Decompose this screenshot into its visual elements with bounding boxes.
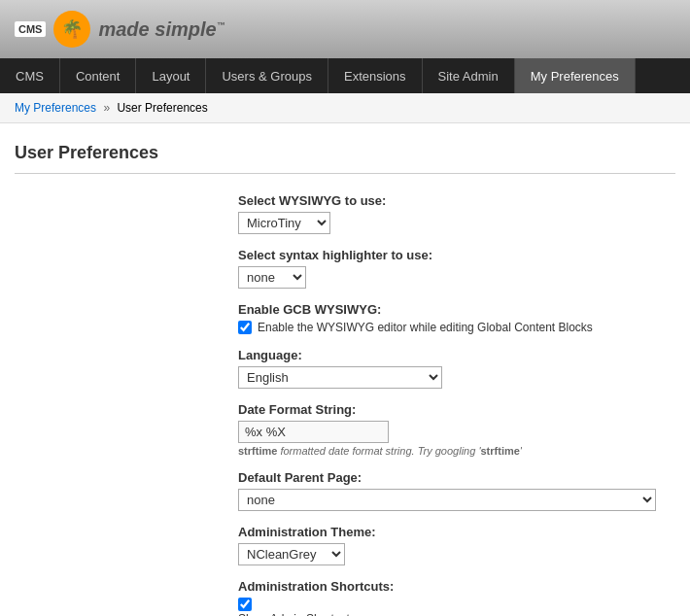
- main-nav: CMS Content Layout Users & Groups Extens…: [0, 58, 690, 93]
- date-format-hint: strftime formatted date format string. T…: [238, 445, 675, 457]
- language-select[interactable]: English French German Spanish: [238, 366, 442, 389]
- breadcrumb-parent[interactable]: My Preferences: [15, 101, 96, 115]
- page-title: User Preferences: [15, 143, 675, 174]
- shortcuts-checkbox-label: Show Admin Shortcuts: [238, 612, 356, 616]
- date-format-input[interactable]: [238, 421, 389, 443]
- shortcuts-group: Administration Shortcuts: Show Admin Sho…: [238, 579, 675, 616]
- gcb-checkbox-label: Enable the WYSIWYG editor while editing …: [258, 321, 593, 334]
- syntax-group: Select syntax highlighter to use: none C…: [238, 248, 675, 289]
- syntax-label: Select syntax highlighter to use:: [238, 248, 675, 262]
- syntax-select[interactable]: none CodeMirror: [238, 266, 306, 289]
- theme-select[interactable]: NCleanGrey Default: [238, 543, 345, 565]
- wysiwyg-select[interactable]: MicroTiny None TinyMCE: [238, 212, 330, 234]
- nav-site-admin[interactable]: Site Admin: [423, 58, 515, 93]
- wysiwyg-group: Select WYSIWYG to use: MicroTiny None Ti…: [238, 193, 675, 234]
- date-format-group: Date Format String: strftime formatted d…: [238, 402, 675, 457]
- logo-made-simple: made simple™: [98, 18, 224, 41]
- nav-layout[interactable]: Layout: [136, 58, 206, 93]
- nav-users-groups[interactable]: Users & Groups: [206, 58, 328, 93]
- language-label: Language:: [238, 348, 675, 362]
- breadcrumb-current: User Preferences: [117, 101, 207, 115]
- nav-content[interactable]: Content: [60, 58, 137, 93]
- theme-label: Administration Theme:: [238, 525, 675, 539]
- theme-group: Administration Theme: NCleanGrey Default: [238, 525, 675, 565]
- date-format-label: Date Format String:: [238, 402, 675, 417]
- gcb-checkbox-row: Enable the WYSIWYG editor while editing …: [238, 321, 675, 334]
- logo-cms-text: CMS: [15, 21, 46, 37]
- wysiwyg-label: Select WYSIWYG to use:: [238, 193, 675, 208]
- gcb-group: Enable GCB WYSIWYG: Enable the WYSIWYG e…: [238, 302, 675, 334]
- shortcuts-label: Administration Shortcuts:: [238, 579, 675, 594]
- breadcrumb-separator: »: [103, 101, 110, 115]
- gcb-checkbox[interactable]: [238, 321, 252, 334]
- logo: CMS 🌴 made simple™: [15, 11, 225, 48]
- logo-palm-icon: 🌴: [61, 18, 83, 40]
- logo-icon: 🌴: [53, 11, 90, 48]
- parent-page-label: Default Parent Page:: [238, 470, 675, 485]
- preferences-form: Select WYSIWYG to use: MicroTiny None Ti…: [15, 193, 675, 616]
- parent-page-select[interactable]: none: [238, 489, 656, 511]
- main-content: User Preferences Select WYSIWYG to use: …: [0, 123, 690, 616]
- breadcrumb: My Preferences » User Preferences: [0, 93, 690, 123]
- language-group: Language: English French German Spanish: [238, 348, 675, 389]
- nav-cms[interactable]: CMS: [0, 58, 60, 93]
- header: CMS 🌴 made simple™: [0, 0, 690, 58]
- nav-my-preferences[interactable]: My Preferences: [515, 58, 636, 93]
- nav-extensions[interactable]: Extensions: [328, 58, 423, 93]
- shortcuts-checkbox-row: [238, 598, 675, 611]
- gcb-label: Enable GCB WYSIWYG:: [238, 302, 675, 317]
- parent-page-group: Default Parent Page: none: [238, 470, 675, 511]
- shortcuts-checkbox[interactable]: [238, 598, 252, 611]
